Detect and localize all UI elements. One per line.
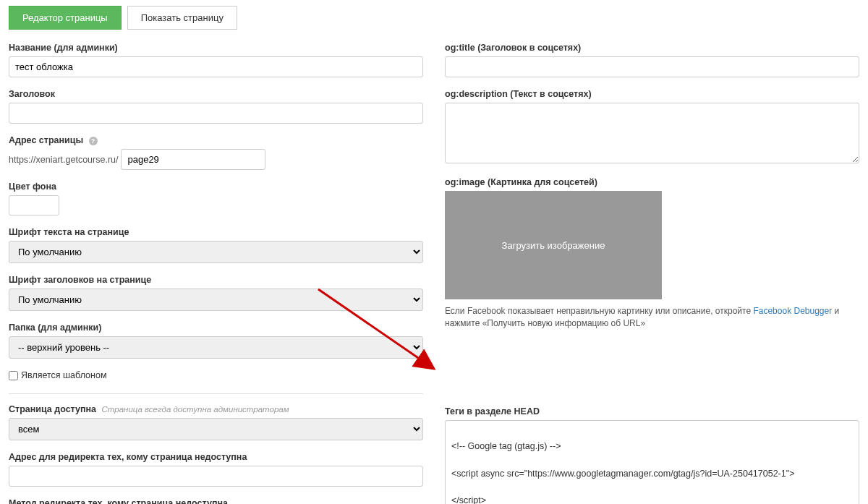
ogimage-upload[interactable]: Загрузить изображение (445, 191, 662, 299)
folder-select[interactable]: -- верхний уровень -- (9, 336, 423, 359)
fb-debugger-link[interactable]: Facebook Debugger (753, 306, 832, 316)
ogtitle-input[interactable] (445, 56, 859, 77)
textfont-select[interactable]: По умолчанию (9, 241, 423, 263)
fb-note-pre: Если Facebook показывает неправильную ка… (445, 306, 753, 316)
ogimage-label: og:image (Картинка для соцсетей) (445, 177, 859, 187)
folder-label: Папка (для админки) (9, 323, 423, 333)
headtags-textarea[interactable]: <!-- Google tag (gtag.js) --> <script as… (445, 420, 859, 504)
ogdesc-textarea[interactable] (445, 103, 859, 163)
right-column: og:title (Заголовок в соцсетях) og:descr… (445, 43, 859, 504)
redirect-input[interactable] (9, 466, 423, 487)
name-input[interactable] (9, 56, 423, 77)
redirect-label: Адрес для редиректа тех, кому страница н… (9, 452, 423, 462)
access-label-text: Страница доступна (9, 404, 96, 414)
tab-show[interactable]: Показать страницу (127, 6, 237, 30)
textfont-label: Шрифт текста на странице (9, 227, 423, 237)
access-label: Страница доступна Страница всегда доступ… (9, 404, 423, 414)
separator (9, 393, 423, 394)
access-note: Страница всегда доступна администраторам (102, 405, 289, 414)
headtags-label: Теги в разделе HEAD (445, 406, 859, 417)
template-checkbox[interactable] (9, 371, 18, 380)
url-prefix: https://xeniart.getcourse.ru/ (9, 155, 118, 165)
ogdesc-label: og:description (Текст в соцсетях) (445, 89, 859, 99)
fb-note: Если Facebook показывает неправильную ка… (445, 305, 859, 330)
ogtitle-label: og:title (Заголовок в соцсетях) (445, 43, 859, 53)
bgcolor-label: Цвет фона (9, 181, 423, 192)
bgcolor-picker[interactable] (9, 195, 59, 215)
name-label: Название (для админки) (9, 43, 423, 53)
headfont-select[interactable]: По умолчанию (9, 289, 423, 311)
template-label: Является шаблоном (21, 370, 106, 380)
url-label: Адрес страницы ? (9, 135, 423, 145)
tab-editor[interactable]: Редактор страницы (9, 6, 122, 30)
title-label: Заголовок (9, 89, 423, 99)
url-input[interactable] (121, 149, 265, 170)
access-select[interactable]: всем (9, 418, 423, 440)
headfont-label: Шрифт заголовков на странице (9, 275, 423, 285)
title-input[interactable] (9, 103, 423, 124)
redirectmethod-label: Метод редиректа тех, кому страница недос… (9, 498, 423, 504)
url-label-text: Адрес страницы (9, 135, 83, 145)
left-column: Название (для админки) Заголовок Адрес с… (9, 43, 423, 504)
help-icon[interactable]: ? (89, 137, 98, 145)
